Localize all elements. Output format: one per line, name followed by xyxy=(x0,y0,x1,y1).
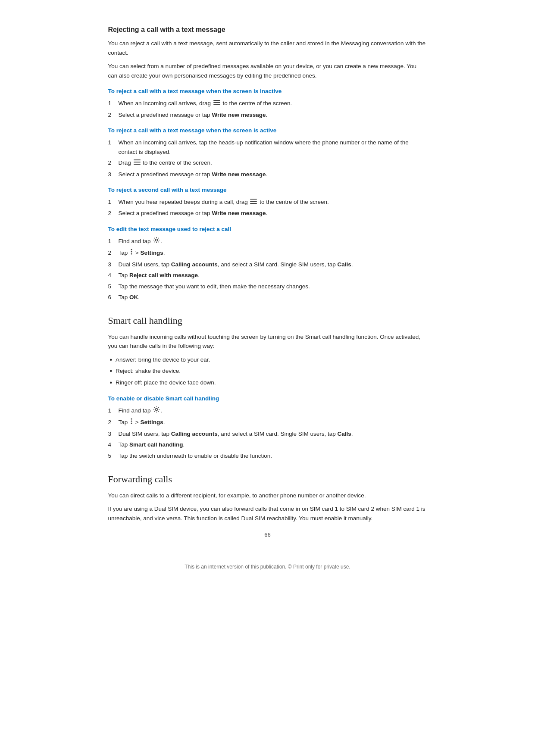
smart-paragraph: You can handle incoming calls without to… xyxy=(108,332,427,351)
step-item: 1 When an incoming call arrives, tap the… xyxy=(108,138,427,156)
svg-rect-2 xyxy=(213,104,220,105)
subsection-heading-smart: To enable or disable Smart call handling xyxy=(108,395,427,402)
settings-icon xyxy=(153,406,160,416)
svg-point-14 xyxy=(131,419,132,420)
step-item: 4 Tap Smart call handling. xyxy=(108,440,427,450)
steps-enable-smart: 1 Find and tap . 2 Tap > Settings. 3 Dua… xyxy=(108,406,427,460)
subsection-heading-second: To reject a second call with a text mess… xyxy=(108,187,427,193)
subsection-reject-inactive: To reject a call with a text message whe… xyxy=(108,88,427,119)
step-item: 3 Dual SIM users, tap Calling accounts, … xyxy=(108,429,427,439)
forwarding-paragraph-2: If you are using a Dual SIM device, you … xyxy=(108,504,427,523)
step-item: 3 Dual SIM users, tap Calling accounts, … xyxy=(108,260,427,269)
step-item: 4 Tap Reject call with message. xyxy=(108,271,427,280)
dots-icon xyxy=(130,418,133,428)
step-item: 5 Tap the message that you want to edit,… xyxy=(108,282,427,291)
subsection-heading-active: To reject a call with a text message whe… xyxy=(108,127,427,134)
step-item: 5 Tap the switch underneath to enable or… xyxy=(108,451,427,461)
steps-reject-inactive: 1 When an incoming call arrives, drag to… xyxy=(108,99,427,119)
subsection-edit-message: To edit the text message used to reject … xyxy=(108,226,427,302)
dots-icon xyxy=(130,248,133,258)
bullet-item: Answer: bring the device to your ear. xyxy=(108,355,427,365)
step-item: 3 Select a predefined message or tap Wri… xyxy=(108,170,427,179)
steps-edit-message: 1 Find and tap . 2 Tap > Settings. 3 Dua… xyxy=(108,237,427,302)
svg-point-11 xyxy=(131,251,132,252)
paragraph-1: You can reject a call with a text messag… xyxy=(108,39,427,57)
section-forwarding: Forwarding calls You can direct calls to… xyxy=(108,474,427,523)
section-rejecting-call: Rejecting a call with a text message You… xyxy=(108,26,427,302)
menu-icon xyxy=(213,99,220,109)
svg-point-13 xyxy=(156,409,158,411)
svg-rect-3 xyxy=(134,159,141,160)
subsection-heading-inactive: To reject a call with a text message whe… xyxy=(108,88,427,94)
svg-rect-5 xyxy=(134,164,141,165)
step-item: 2 Drag to the centre of the screen. xyxy=(108,158,427,168)
steps-reject-active: 1 When an incoming call arrives, tap the… xyxy=(108,138,427,179)
forwarding-paragraph-1: You can direct calls to a different reci… xyxy=(108,491,427,500)
svg-point-16 xyxy=(131,423,132,424)
svg-point-9 xyxy=(156,239,158,241)
section-title-smart: Smart call handling xyxy=(108,315,427,326)
step-item: 2 Tap > Settings. xyxy=(108,418,427,428)
svg-rect-7 xyxy=(250,201,257,202)
step-item: 1 Find and tap . xyxy=(108,406,427,416)
subsection-enable-smart: To enable or disable Smart call handling… xyxy=(108,395,427,460)
page-content: Rejecting a call with a text message You… xyxy=(74,0,462,756)
menu-icon xyxy=(134,159,141,168)
step-item: 2 Select a predefined message or tap Wri… xyxy=(108,110,427,120)
page-number: 66 xyxy=(108,531,427,538)
subsection-reject-active: To reject a call with a text message whe… xyxy=(108,127,427,179)
svg-rect-6 xyxy=(250,199,257,200)
svg-point-15 xyxy=(131,421,132,422)
subsection-reject-second: To reject a second call with a text mess… xyxy=(108,187,427,218)
step-item: 2 Select a predefined message or tap Wri… xyxy=(108,209,427,218)
step-item: 1 When an incoming call arrives, drag to… xyxy=(108,99,427,108)
svg-point-12 xyxy=(131,253,132,254)
step-item: 6 Tap OK. xyxy=(108,293,427,302)
menu-icon xyxy=(250,198,257,207)
svg-point-10 xyxy=(131,249,132,250)
subsection-heading-edit: To edit the text message used to reject … xyxy=(108,226,427,232)
step-item: 1 Find and tap . xyxy=(108,237,427,247)
bullet-item: Reject: shake the device. xyxy=(108,366,427,376)
step-item: 2 Tap > Settings. xyxy=(108,248,427,258)
svg-rect-8 xyxy=(250,203,257,204)
steps-reject-second: 1 When you hear repeated beeps during a … xyxy=(108,197,427,218)
step-item: 1 When you hear repeated beeps during a … xyxy=(108,197,427,207)
section-smart-call: Smart call handling You can handle incom… xyxy=(108,315,427,461)
page-footer: This is an internet version of this publ… xyxy=(108,564,427,570)
settings-icon xyxy=(153,237,160,247)
paragraph-2: You can select from a number of predefin… xyxy=(108,62,427,80)
section-title-rejecting: Rejecting a call with a text message xyxy=(108,26,427,34)
smart-bullets: Answer: bring the device to your ear. Re… xyxy=(108,355,427,387)
svg-rect-1 xyxy=(213,102,220,103)
svg-rect-4 xyxy=(134,162,141,162)
svg-rect-0 xyxy=(213,100,220,101)
bullet-item: Ringer off: place the device face down. xyxy=(108,378,427,387)
section-title-forwarding: Forwarding calls xyxy=(108,474,427,485)
